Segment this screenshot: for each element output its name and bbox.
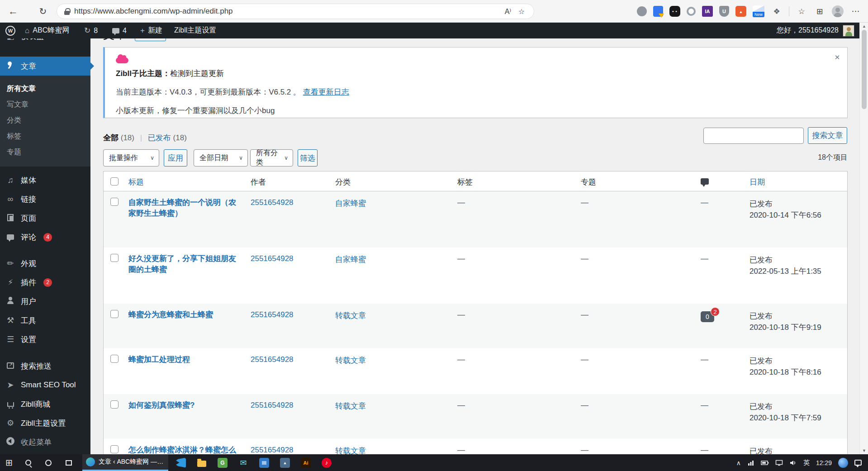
collapse-menu-button[interactable]: 收起菜单 xyxy=(0,433,90,452)
filter-all-link[interactable]: 全部 xyxy=(103,133,119,142)
read-aloud-icon[interactable]: A⁾ xyxy=(501,5,515,18)
active-browser-window-button[interactable]: 文章 ‹ ABC蜂蜜网 — … xyxy=(82,454,168,471)
sidebar-item-smart-seo[interactable]: ➤Smart SEO Tool xyxy=(0,376,90,395)
post-title-link[interactable]: 好久没更新了，分享下姐姐朋友圈的土蜂蜜 xyxy=(128,253,242,275)
sidebar-item-dashboard-clipped[interactable]: ◧仪表盘 xyxy=(0,38,90,44)
post-title-link[interactable]: 自家野生土蜂蜜的一个说明（农家野生土蜂蜜） xyxy=(128,197,242,219)
post-title-link[interactable]: 蜂蜜分为意蜂蜜和土蜂蜜 xyxy=(128,309,213,320)
back-button[interactable]: ← xyxy=(6,5,20,18)
sidebar-item-tools[interactable]: ⚒工具 xyxy=(0,311,90,330)
sidebar-item-categories[interactable]: 分类 xyxy=(0,113,90,128)
sidebar-item-comments[interactable]: 评论4 xyxy=(0,228,90,247)
mail-taskbar-icon[interactable]: ✉ xyxy=(234,454,252,471)
author-link[interactable]: 2551654928 xyxy=(251,446,294,454)
globe-extension-icon[interactable] xyxy=(637,6,647,16)
sidebar-item-zibll-shop[interactable]: Zibll商城 xyxy=(0,395,90,414)
scroll-up-arrow[interactable]: ▲ xyxy=(860,23,868,30)
sidebar-item-write-post[interactable]: 写文章 xyxy=(0,97,90,113)
battery-icon[interactable] xyxy=(758,454,772,471)
shield-extension-icon[interactable]: U xyxy=(719,6,729,17)
select-all-checkbox[interactable] xyxy=(110,177,119,186)
sidebar-item-plugins[interactable]: ⚡插件2 xyxy=(0,273,90,292)
sidebar-item-media[interactable]: ♫媒体 xyxy=(0,171,90,190)
category-filter-select[interactable]: 所有分类∨ xyxy=(250,149,293,167)
category-link[interactable]: 转载文章 xyxy=(335,356,366,365)
sidebar-item-pages[interactable]: 页面 xyxy=(0,209,90,228)
clock[interactable]: 12:29 xyxy=(813,454,835,471)
sidebar-item-zibll-theme[interactable]: ⚙Zibll主题设置 xyxy=(0,414,90,433)
ia-extension-icon[interactable]: IA xyxy=(702,6,713,17)
sort-title-header[interactable]: 标题 xyxy=(128,178,144,186)
post-title-link[interactable]: 如何鉴别真假蜂蜜? xyxy=(128,400,194,411)
search-taskbar-icon[interactable] xyxy=(19,454,37,471)
post-title-link[interactable]: 蜂蜜加工处理过程 xyxy=(128,354,190,365)
volume-icon[interactable] xyxy=(786,454,800,471)
address-bar[interactable]: https://www.abcfengmi.com/wp-admin/edit.… xyxy=(57,4,534,19)
blue-tray-app-icon[interactable] xyxy=(835,454,851,471)
sidebar-item-settings[interactable]: ☰设置 xyxy=(0,330,90,349)
sidebar-item-appearance[interactable]: ✏外观 xyxy=(0,254,90,273)
photos-taskbar-icon[interactable]: ▴ xyxy=(276,454,294,471)
zibll-theme-settings-link[interactable]: Zibll主题设置 xyxy=(174,23,216,38)
add-favorite-icon[interactable]: ☆ xyxy=(515,5,528,18)
notice-close-icon[interactable]: ✕ xyxy=(832,52,843,63)
page-scrollbar[interactable]: ▲ ▼ xyxy=(859,23,868,454)
scroll-down-arrow[interactable]: ▼ xyxy=(860,447,868,454)
account-menu[interactable]: 您好，2551654928 xyxy=(777,23,854,38)
author-link[interactable]: 2551654928 xyxy=(251,355,294,364)
comments-link[interactable]: 4 xyxy=(112,23,127,38)
author-link[interactable]: 2551654928 xyxy=(251,198,294,207)
input-language-indicator[interactable]: 英 xyxy=(800,454,813,471)
cortana-icon[interactable] xyxy=(39,454,57,471)
sidebar-item-posts[interactable]: 文章 xyxy=(0,57,90,76)
g-app-taskbar-icon[interactable]: G xyxy=(213,454,232,471)
author-link[interactable]: 2551654928 xyxy=(251,310,294,319)
favorites-bar-icon[interactable]: ☆ xyxy=(796,5,807,17)
sidebar-item-links[interactable]: ∞链接 xyxy=(0,190,90,209)
sidebar-item-search-push[interactable]: 搜索推送 xyxy=(0,357,90,376)
url-text[interactable]: https://www.abcfengmi.com/wp-admin/edit.… xyxy=(74,7,501,16)
ring-extension-icon[interactable] xyxy=(687,7,696,16)
sidebar-item-all-posts[interactable]: 所有文章 xyxy=(0,81,90,97)
browser-menu-icon[interactable]: ⋯ xyxy=(850,5,862,17)
search-input[interactable] xyxy=(703,128,804,144)
row-checkbox[interactable] xyxy=(110,198,119,206)
row-checkbox[interactable] xyxy=(110,400,119,409)
filter-published-link[interactable]: 已发布 xyxy=(148,133,171,142)
filter-button[interactable]: 筛选 xyxy=(298,149,318,167)
category-link[interactable]: 转载文章 xyxy=(335,447,366,454)
refresh-button[interactable]: ↻ xyxy=(36,5,50,18)
post-title-link[interactable]: 怎么制作蜂蜜冰淇淋？蜂蜜怎么 xyxy=(128,445,236,454)
extensions-puzzle-icon[interactable]: ❖ xyxy=(771,5,783,17)
changelog-link[interactable]: 查看更新日志 xyxy=(303,88,349,96)
category-link[interactable]: 转载文章 xyxy=(335,311,366,320)
illustrator-taskbar-icon[interactable]: Ai xyxy=(297,454,315,471)
category-link[interactable]: 自家蜂蜜 xyxy=(335,255,366,264)
bulk-actions-select[interactable]: 批量操作∨ xyxy=(103,149,159,167)
browser-profile-avatar[interactable] xyxy=(832,5,844,17)
explorer-taskbar-icon[interactable] xyxy=(193,454,211,471)
row-checkbox[interactable] xyxy=(110,310,119,318)
updates-link[interactable]: ↻ 8 xyxy=(84,23,98,38)
add-new-post-button[interactable]: 写文章 xyxy=(135,38,166,41)
scrollbar-thumb[interactable] xyxy=(862,30,867,109)
dates-filter-select[interactable]: 全部日期∨ xyxy=(194,149,248,167)
sidebar-item-topics[interactable]: 专题 xyxy=(0,144,90,160)
sidebar-item-tags[interactable]: 标签 xyxy=(0,128,90,144)
start-button[interactable]: ⊞ xyxy=(0,454,18,471)
new-badge-extension-icon[interactable]: New xyxy=(753,5,764,17)
dark-extension-icon[interactable] xyxy=(669,6,680,17)
monitor-icon[interactable] xyxy=(772,454,786,471)
sidebar-item-users[interactable]: 用户 xyxy=(0,292,90,311)
vscode-taskbar-icon[interactable] xyxy=(172,454,190,471)
wp-logo[interactable]: W xyxy=(5,23,15,38)
search-posts-button[interactable]: 搜索文章 xyxy=(808,127,847,144)
blue-app-taskbar-icon[interactable] xyxy=(255,454,273,471)
new-content-link[interactable]: + 新建 xyxy=(140,23,162,38)
category-link[interactable]: 自家蜂蜜 xyxy=(335,199,366,208)
collections-icon[interactable]: ⊞ xyxy=(814,5,825,17)
action-center-icon[interactable] xyxy=(851,454,868,471)
translate-extension-icon[interactable] xyxy=(653,6,663,17)
hidden-icons-chevron[interactable]: ∧ xyxy=(733,454,744,471)
network-icon[interactable] xyxy=(744,454,758,471)
